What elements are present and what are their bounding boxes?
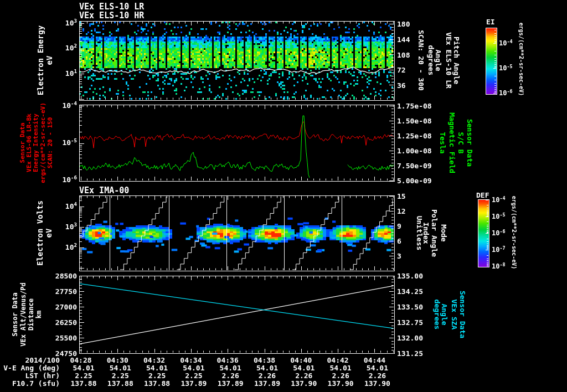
pitch-angle-axis-title: VEx ELS-10 LR bbox=[445, 32, 452, 89]
table-value: 2.26 bbox=[222, 372, 239, 379]
table-value: 137.90 bbox=[291, 380, 317, 387]
table-value: 54.01 bbox=[183, 364, 204, 372]
altitude-y-tick: 26250 bbox=[55, 319, 77, 326]
panel-title-els-lr: VEx ELS-10 LR bbox=[79, 3, 144, 11]
ima-y-axis-title: eV bbox=[45, 229, 53, 238]
time-label: 04:30 bbox=[107, 357, 128, 364]
intensity-y-tick: 10-5 bbox=[62, 139, 77, 146]
bfield-tick: 1.50e-08 bbox=[397, 117, 432, 125]
table-value: 54.01 bbox=[256, 364, 278, 372]
panel-title-els-hr: VEx ELS-10 HR bbox=[79, 12, 144, 20]
ima-y-tick: 104 bbox=[65, 203, 77, 210]
table-value: 2.25 bbox=[185, 372, 202, 379]
vex-summary-plot-window: VEx ELS-10 LR VEx ELS-10 HR VEx IMA-00 E… bbox=[0, 0, 567, 392]
table-value: 137.88 bbox=[71, 380, 97, 387]
def-colorbar-tick: 10-5 bbox=[492, 213, 506, 220]
bfield-axis-title: S/C B bbox=[457, 132, 465, 153]
pitch-angle-tick: 108 bbox=[397, 51, 410, 59]
colorbar-ei-title: EI bbox=[486, 18, 495, 25]
intensity-y-axis-title: SCAN: 20 - 150 bbox=[47, 117, 53, 169]
sza-axis-title: Angle bbox=[441, 303, 448, 325]
ima-y-axis-title: Electron Volts bbox=[36, 200, 44, 266]
pitch-angle-tick: 180 bbox=[397, 20, 410, 28]
table-value: 137.88 bbox=[107, 380, 133, 387]
intensity-y-axis-title: Sensor Data bbox=[19, 123, 25, 163]
table-value: 54.01 bbox=[110, 364, 131, 372]
table-value: 137.89 bbox=[254, 380, 280, 387]
table-value: 137.90 bbox=[364, 380, 390, 387]
def-colorbar-tick: 10-8 bbox=[492, 263, 506, 270]
polar-index-tick: 15 bbox=[397, 193, 406, 200]
altitude-y-axis-title: km bbox=[35, 311, 42, 318]
time-label: 04:38 bbox=[254, 357, 275, 364]
ei-colorbar-tick: 10-5 bbox=[499, 65, 513, 71]
intensity-y-tick: 10-6 bbox=[62, 176, 77, 183]
table-value: 2.26 bbox=[332, 372, 349, 379]
ei-colorbar-units: ergs/(cm**2-sr-sec-eV) bbox=[518, 23, 524, 96]
table-value: 137.89 bbox=[181, 380, 207, 387]
pitch-angle-axis-title: Pitch Angle bbox=[453, 37, 460, 84]
els-y-tick: 103 bbox=[65, 19, 77, 27]
bfield-tick: 1.75e-08 bbox=[397, 102, 432, 110]
pitch-angle-tick: 36 bbox=[397, 82, 406, 89]
time-label: 04:34 bbox=[180, 357, 202, 364]
table-value: 2.25 bbox=[112, 372, 129, 379]
table-value: 2.26 bbox=[369, 372, 386, 379]
altitude-y-tick: 27000 bbox=[55, 303, 77, 311]
sza-tick: 132.75 bbox=[397, 319, 423, 326]
table-value: 137.90 bbox=[328, 380, 354, 387]
table-value: 2.25 bbox=[148, 372, 166, 379]
els-y-tick: 102 bbox=[65, 44, 77, 51]
table-value: 54.01 bbox=[330, 364, 352, 372]
time-label: 04:44 bbox=[364, 357, 385, 364]
table-value: 137.88 bbox=[144, 380, 170, 387]
altitude-y-tick: 28500 bbox=[55, 272, 77, 280]
def-colorbar-tick: 10-7 bbox=[492, 246, 506, 253]
altitude-y-tick: 25500 bbox=[55, 334, 77, 342]
table-value: 54.01 bbox=[293, 364, 315, 372]
ima-y-tick: 103 bbox=[65, 223, 77, 230]
table-value: 54.01 bbox=[73, 364, 94, 372]
bfield-axis-title: Sensor Data bbox=[466, 119, 473, 167]
sza-axis-title: Sensor Data bbox=[459, 291, 466, 338]
panel-title-ima: VEx IMA-00 bbox=[79, 187, 129, 195]
table-value: 54.01 bbox=[367, 364, 388, 372]
table-row-label-date: 2014/100 bbox=[25, 357, 60, 364]
polar-index-tick: 12 bbox=[397, 208, 406, 215]
altitude-y-tick: 27750 bbox=[55, 288, 77, 295]
bfield-tick: 7.50e-09 bbox=[397, 162, 432, 169]
ima-y-tick: 102 bbox=[65, 244, 77, 251]
intensity-y-axis-title: VEx ELS-06 LR-Bk bbox=[26, 114, 32, 172]
els-y-axis-title: eV bbox=[45, 56, 53, 65]
altitude-y-axis-title: Distance bbox=[28, 298, 34, 331]
time-label: 04:40 bbox=[290, 357, 312, 364]
polar-index-axis-title: Mode bbox=[440, 224, 447, 241]
colorbar-def-title: DEF bbox=[476, 192, 489, 199]
sza-tick: 135.00 bbox=[397, 272, 423, 280]
table-row-label-veang: V-E Ang (deg) bbox=[3, 364, 60, 372]
bfield-tick: 1.00e-08 bbox=[397, 147, 432, 154]
intensity-y-tick: 10-4 bbox=[62, 102, 77, 109]
table-value: 54.01 bbox=[220, 364, 241, 372]
bfield-axis-title: Magnetic Field bbox=[449, 112, 456, 173]
pitch-angle-axis-title: Angle bbox=[435, 49, 442, 71]
table-row-label-f107: F10.7 (sfu) bbox=[12, 380, 60, 387]
time-label: 04:28 bbox=[70, 357, 91, 364]
table-value: 2.26 bbox=[259, 372, 276, 379]
polar-index-axis-title: Index bbox=[422, 222, 430, 244]
polar-index-tick: 6 bbox=[397, 238, 401, 245]
def-colorbar-tick: 10-4 bbox=[492, 197, 506, 203]
sza-tick: 131.25 bbox=[397, 350, 423, 357]
time-label: 04:42 bbox=[327, 357, 349, 364]
altitude-y-axis-title: Sensor Data bbox=[12, 292, 18, 336]
table-value: 54.01 bbox=[146, 364, 168, 372]
time-label: 04:32 bbox=[143, 357, 165, 364]
bfield-tick: 5.00e-09 bbox=[397, 177, 432, 184]
def-colorbar-units: ergs/(cm**2-sr-sec-eV) bbox=[511, 196, 517, 269]
pitch-angle-tick: 144 bbox=[397, 36, 410, 43]
altitude-y-axis-title: VEx Alt/Venus/Pd bbox=[20, 282, 27, 347]
sza-tick: 132.00 bbox=[397, 334, 423, 342]
intensity-y-axis-title: ergs/(cm**2-sr-sec-eV) bbox=[40, 102, 46, 183]
def-colorbar-tick: 10-6 bbox=[492, 230, 506, 236]
polar-index-axis-title: Polar Angle bbox=[431, 209, 438, 257]
